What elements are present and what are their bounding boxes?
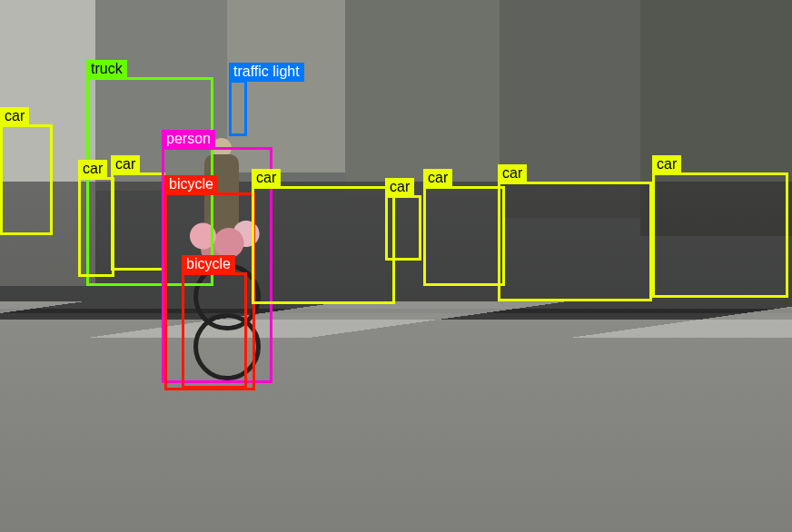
bbox-label-traffic-light-1: traffic light — [229, 63, 304, 82]
building-mid3 — [345, 0, 500, 195]
bbox-traffic-light-1: traffic light — [229, 80, 247, 136]
bbox-car-mirror: car — [385, 195, 421, 261]
bbox-car-behind-truck: car — [78, 177, 114, 277]
bbox-label-car-mirror: car — [385, 178, 414, 197]
bbox-label-bicycle-lower: bicycle — [182, 255, 235, 274]
bbox-car-black: car — [498, 182, 652, 301]
bbox-label-car-midsilver: car — [423, 169, 452, 188]
bbox-label-car-behind-truck: car — [78, 160, 107, 179]
scene-root: cartruckcarcartraffic lightpersonbicycle… — [0, 0, 792, 532]
crosswalk — [0, 301, 792, 338]
bbox-car-far-left: car — [0, 124, 53, 235]
bbox-bicycle-lower: bicycle — [182, 272, 247, 389]
bbox-car-midsilver: car — [423, 186, 505, 286]
bbox-label-car-headlight: car — [111, 155, 140, 174]
bbox-label-car-right: car — [652, 155, 681, 174]
bbox-label-car-black: car — [498, 164, 527, 183]
bbox-car-silver: car — [252, 186, 395, 304]
bbox-car-headlight: car — [111, 172, 165, 271]
bbox-label-car-silver: car — [252, 169, 281, 188]
bbox-label-car-far-left: car — [0, 107, 29, 126]
bbox-label-bicycle-upper: bicycle — [164, 175, 218, 194]
bbox-car-right: car — [652, 172, 788, 298]
bbox-label-person-cyclist: person — [162, 130, 215, 149]
bbox-label-truck-1: truck — [86, 60, 127, 79]
